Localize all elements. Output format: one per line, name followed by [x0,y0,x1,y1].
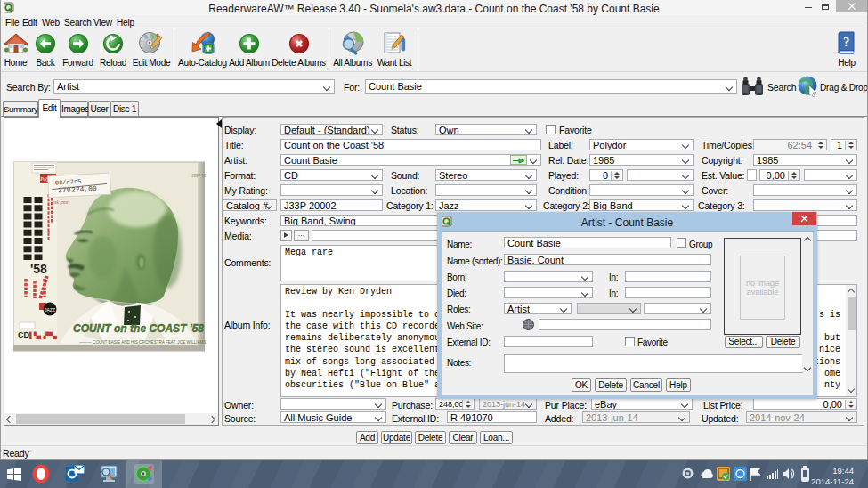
svg-text:mk free: mk free [53,199,69,205]
svg-text:——— COUNT BASIE AND HIS ORCHES: ——— COUNT BASIE AND HIS ORCHESTRA FEAT. … [79,340,206,345]
svg-text:COUNT on the COAST '58: COUNT on the COAST '58 [73,322,204,335]
svg-text:'58: '58 [30,262,47,276]
svg-text:J33P 300: J33P 300 [191,174,206,178]
svg-text:JAZZ: JAZZ [45,307,55,313]
svg-text:?: ? [843,35,850,49]
